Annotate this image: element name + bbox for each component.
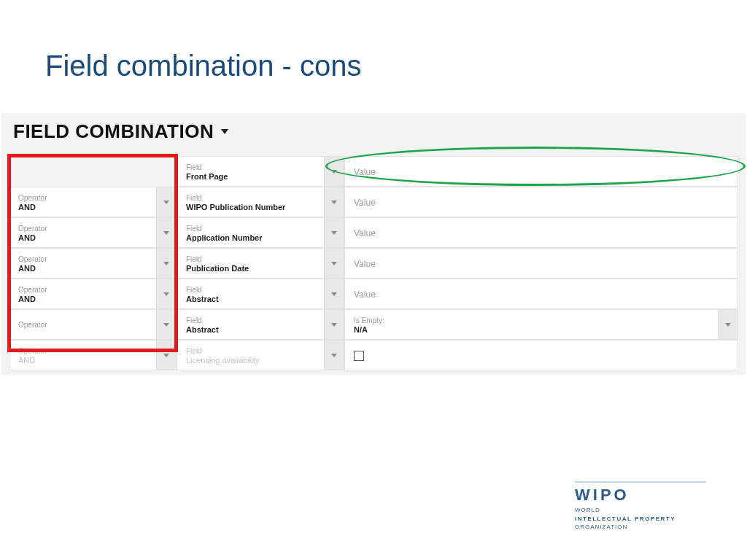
chevron-down-icon[interactable]	[324, 341, 344, 370]
field-select[interactable]: FieldAbstract	[177, 309, 344, 340]
wipo-logo: WIPO WORLD INTELLECTUAL PROPERTY ORGANIZ…	[575, 481, 706, 531]
value-input[interactable]: Value	[344, 279, 738, 309]
chevron-down-icon[interactable]	[324, 310, 344, 339]
operator-label: Operator	[18, 194, 169, 202]
field-value: Application Number	[186, 233, 336, 242]
field-label: Field	[186, 347, 336, 355]
value-input[interactable]: Value	[344, 156, 738, 187]
field-select[interactable]: FieldWIPO Publication Number	[177, 187, 344, 217]
value-input[interactable]: Value	[344, 248, 738, 279]
value-label: Value	[354, 228, 730, 238]
field-select[interactable]: FieldPublication Date	[177, 248, 344, 279]
operator-value: AND	[18, 203, 169, 211]
slide-title: Field combination - cons	[45, 50, 362, 82]
field-label: Field	[186, 255, 336, 263]
value-input[interactable]: Value	[344, 187, 738, 217]
chevron-down-icon[interactable]	[156, 279, 176, 308]
operator-select[interactable]: OperatorAND	[9, 187, 177, 217]
field-label: Field	[186, 194, 336, 202]
checkbox[interactable]	[354, 351, 364, 361]
value-label: Is Empty:	[354, 316, 730, 324]
field-select[interactable]: FieldLicensing availability	[177, 340, 344, 370]
operator-value: AND	[18, 295, 169, 303]
chevron-down-icon[interactable]	[156, 341, 176, 370]
operator-label: Operator	[18, 225, 169, 233]
chevron-down-icon[interactable]	[156, 187, 176, 217]
chevron-down-icon[interactable]	[324, 218, 344, 247]
chevron-down-icon[interactable]	[156, 218, 176, 247]
logo-line3: ORGANIZATION	[575, 524, 627, 530]
operator-select[interactable]: OperatorAND	[9, 279, 177, 309]
field-combination-panel: FIELD COMBINATION FieldFront PageValueOp…	[1, 113, 746, 375]
value-checkbox-cell[interactable]	[344, 340, 738, 370]
operator-select[interactable]: OperatorAND	[9, 340, 177, 370]
value-label: Value	[354, 167, 730, 177]
field-label: Field	[186, 163, 336, 171]
chevron-down-icon[interactable]	[221, 129, 228, 134]
operator-label: Operator	[18, 255, 169, 263]
operator-select[interactable]: OperatorAND	[9, 248, 177, 279]
operator-select[interactable]: Operator	[9, 309, 177, 340]
operator-value: AND	[18, 356, 169, 365]
field-value: Licensing availability	[186, 356, 336, 365]
logo-line1: WORLD	[575, 507, 600, 513]
value-select[interactable]: Is Empty:N/A	[344, 309, 738, 340]
field-value: Abstract	[186, 325, 336, 334]
chevron-down-icon[interactable]	[324, 187, 344, 217]
logo-line2: INTELLECTUAL PROPERTY	[575, 516, 676, 522]
field-value: Abstract	[186, 295, 336, 303]
field-select[interactable]: FieldApplication Number	[177, 217, 344, 248]
chevron-down-icon[interactable]	[156, 310, 176, 339]
chevron-down-icon[interactable]	[324, 279, 344, 308]
operator-label: Operator	[18, 286, 169, 294]
panel-heading[interactable]: FIELD COMBINATION	[13, 120, 214, 143]
field-value: Front Page	[186, 172, 336, 181]
operator-value: AND	[18, 233, 169, 242]
operator-label: Operator	[18, 321, 169, 329]
logo-wordmark: WIPO	[575, 486, 706, 505]
slide: Field combination - cons FIELD COMBINATI…	[0, 0, 747, 560]
value-label: Value	[354, 259, 730, 269]
field-label: Field	[186, 286, 336, 294]
chevron-down-icon[interactable]	[324, 157, 344, 186]
chevron-down-icon[interactable]	[156, 249, 176, 278]
operator-select[interactable]: OperatorAND	[9, 217, 177, 248]
field-label: Field	[186, 316, 336, 324]
field-select[interactable]: FieldAbstract	[177, 279, 344, 309]
criteria-grid: FieldFront PageValueOperatorANDFieldWIPO…	[9, 156, 738, 370]
field-value: Publication Date	[186, 264, 336, 273]
field-label: Field	[186, 225, 336, 233]
value-label: Value	[354, 198, 730, 208]
value-text: N/A	[354, 325, 730, 334]
chevron-down-icon[interactable]	[324, 249, 344, 278]
field-select[interactable]: FieldFront Page	[177, 156, 344, 187]
chevron-down-icon[interactable]	[718, 310, 738, 339]
field-value: WIPO Publication Number	[186, 203, 336, 211]
value-input[interactable]: Value	[344, 217, 738, 248]
operator-label: Operator	[18, 347, 169, 355]
operator-value: AND	[18, 264, 169, 273]
value-label: Value	[354, 289, 730, 300]
operator-spacer	[9, 156, 177, 187]
